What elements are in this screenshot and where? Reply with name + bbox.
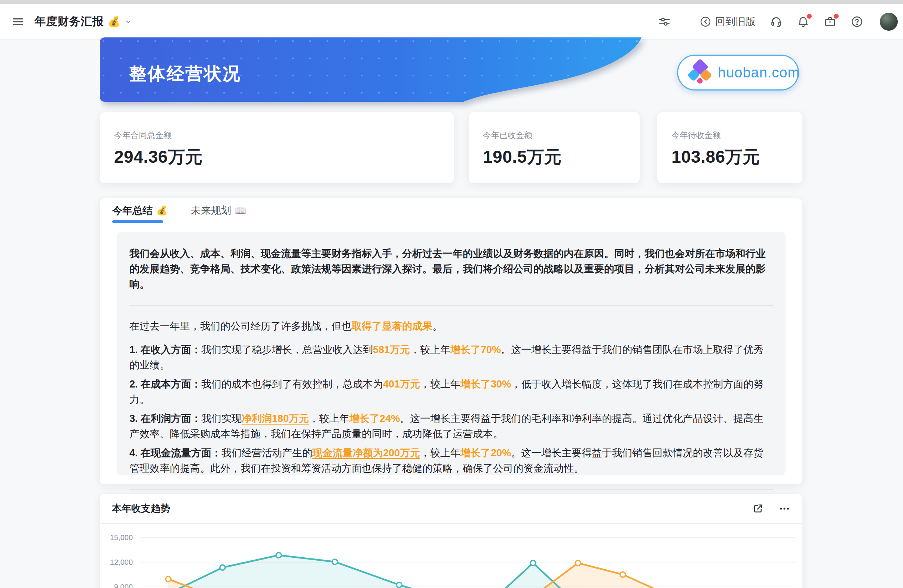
highlighted-metric: 取得了显著的成果 [352,321,433,332]
tab-label: 未来规划 [191,204,231,217]
stat-value: 190.5万元 [483,146,640,169]
tab-future-plan[interactable]: 未来规划 📖 [191,198,246,223]
series-orange-marker[interactable] [575,560,580,566]
body-text: 。 [433,321,442,332]
trend-chart-card: 本年收支趋势 15,00012,0009,000 [100,494,802,588]
summary-list: 1. 在收入方面：我们实现了稳步增长，总营业收入达到581万元，较上年增长了70… [129,342,773,476]
tab-this-year-summary[interactable]: 今年总结 💰 [112,198,168,223]
highlighted-metric: 581万元 [373,344,410,355]
summary-intro-paragraph: 我们会从收入、成本、利润、现金流量等主要财务指标入手，分析过去一年的业绩以及财务… [129,246,773,292]
highlighted-metric: 增长了24% [349,413,400,424]
y-axis-tick-label: 15,000 [110,533,133,542]
body-text: 在过去一年里，我们的公司经历了许多挑战，但也 [129,321,352,332]
highlighted-metric[interactable]: 现金流量净额为200万元 [312,447,420,459]
series-teal-marker[interactable] [530,560,536,566]
tab-label: 今年总结 [112,204,153,217]
user-avatar[interactable] [880,13,898,31]
more-options-icon[interactable] [779,503,790,515]
help-icon[interactable] [851,15,863,28]
series-teal-marker[interactable] [396,582,402,588]
stat-value: 294.36万元 [114,146,454,169]
main-content: 整体经营状况 huoban.com 今年合同总金额 294.36万元 今年已收金… [100,0,802,588]
summary-card: 今年总结 💰 未来规划 📖 我们会从收入、成本、利润、现金流量等主要财务指标入手… [100,198,802,484]
body-text: 我们经营活动产生的 [222,447,312,459]
huoban-logo-icon [688,61,712,85]
summary-divider [129,489,773,490]
page-title: 年度财务汇报 [35,14,104,29]
series-orange-marker[interactable] [620,572,625,577]
stat-label: 今年合同总金额 [114,130,454,141]
stat-value: 103.86万元 [672,146,802,169]
body-text: 我们实现了稳步增长，总营业收入达到 [201,344,373,355]
highlighted-metric[interactable]: 净利润180万元 [242,413,309,424]
body-text: 我们的成本也得到了有效控制，总成本为 [201,379,383,390]
summary-list-item: 2. 在成本方面：我们的成本也得到了有效控制，总成本为401万元，较上年增长了3… [129,377,773,407]
annual-finance-report-page: { "toolbar": { "title": "年度财务汇报", "title… [0,0,903,588]
list-item-title: 3. 在利润方面： [129,413,201,424]
body-text: 我们实现 [201,413,242,424]
trend-line-chart: 15,00012,0009,000 [100,524,802,588]
open-book-emoji: 📖 [235,205,246,216]
summary-list-item: 1. 在收入方面：我们实现了稳步增长，总营业收入达到581万元，较上年增长了70… [129,342,773,373]
body-text: ，较上年 [420,447,461,459]
summary-text-box: 我们会从收入、成本、利润、现金流量等主要财务指标入手，分析过去一年的业绩以及财务… [117,232,785,475]
body-text: ，较上年 [309,413,349,424]
chart-title: 本年收支趋势 [112,502,170,515]
summary-list-item: 3. 在利润方面：我们实现净利润180万元，较上年增长了24%。这一增长主要得益… [129,411,773,442]
stat-card-received: 今年已收金额 190.5万元 [469,112,640,183]
banner-title: 整体经营状况 [129,62,241,86]
y-axis-tick-label: 12,000 [110,558,133,566]
stat-label: 今年已收金额 [483,130,640,141]
highlighted-metric: 增长了70% [450,344,501,355]
workspace-briefcase-icon[interactable] [824,15,837,28]
y-axis-tick-label: 9,000 [114,583,133,588]
briefcase-badge-dot [834,14,838,19]
list-item-title: 4. 在现金流量方面： [129,447,222,459]
stat-card-contract-total: 今年合同总金额 294.36万元 [100,112,454,183]
summary-lead-sentence: 在过去一年里，我们的公司经历了许多挑战，但也取得了显著的成果。 [129,319,773,334]
page-banner: 整体经营状况 huoban.com [100,38,802,118]
hamburger-menu-icon[interactable] [11,15,25,28]
money-bag-emoji: 💰 [156,205,168,216]
series-teal-marker[interactable] [220,565,225,570]
summary-tabs: 今年总结 💰 未来规划 📖 [100,198,802,223]
huoban-logo-badge[interactable]: huoban.com [677,55,799,91]
huoban-logo-text: huoban.com [718,65,800,81]
body-text: ，较上年 [420,379,461,390]
highlighted-metric: 增长了30% [461,379,511,390]
highlighted-metric: 增长了20% [461,447,511,459]
highlighted-metric: 401万元 [383,379,420,390]
series-teal-marker[interactable] [332,559,337,564]
chart-header: 本年收支趋势 [100,494,802,524]
trend-chart-plot[interactable]: 15,00012,0009,000 [100,524,802,588]
stat-card-pending: 今年待收金额 103.86万元 [657,112,802,183]
notification-badge-dot [807,14,812,19]
summary-list-item: 4. 在现金流量方面：我们经营活动产生的现金流量净额为200万元，较上年增长了2… [129,445,773,476]
series-orange-marker[interactable] [166,576,171,582]
active-tab-underline [112,220,163,223]
body-text: ，较上年 [410,344,450,355]
series-teal-marker[interactable] [276,552,281,558]
open-in-new-icon[interactable] [752,503,763,514]
stat-label: 今年待收金额 [672,130,802,141]
list-item-title: 2. 在成本方面： [129,379,201,390]
list-item-title: 1. 在收入方面： [129,344,201,355]
summary-divider [129,305,773,306]
